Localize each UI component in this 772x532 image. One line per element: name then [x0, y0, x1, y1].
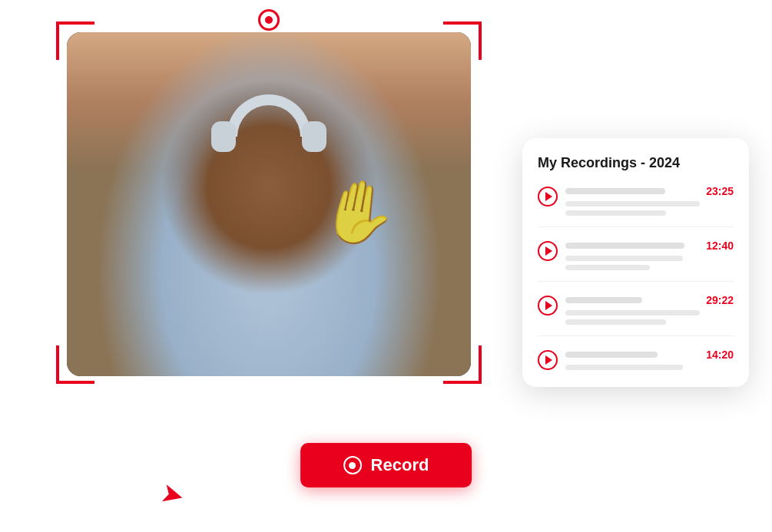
recording-info-1: 23:25 [565, 185, 734, 216]
play-triangle-icon [545, 301, 552, 310]
subtitle-bar-2a [565, 256, 683, 261]
record-indicator-icon [258, 9, 280, 31]
main-container: ✋ Record ➤ My Recordings - 2024 [0, 0, 772, 532]
headphone-right-cup [302, 121, 326, 152]
headphone-left-cup [211, 121, 236, 152]
duration-1: 23:25 [703, 185, 734, 197]
recording-info-2: 12:40 [565, 240, 734, 270]
title-bar-2 [565, 243, 684, 249]
play-triangle-icon [545, 246, 552, 256]
duration-4: 14:20 [703, 349, 734, 361]
subtitle-bar-3a [565, 310, 700, 316]
decorative-cursor-icon: ➤ [161, 478, 184, 511]
play-triangle-icon [545, 355, 552, 365]
camera-frame: ✋ [42, 8, 495, 445]
recording-item: 29:22 [538, 294, 734, 336]
record-button[interactable]: Record [300, 443, 472, 487]
recording-info-3: 29:22 [565, 294, 734, 325]
recordings-panel: My Recordings - 2024 23:25 [522, 138, 749, 387]
recording-item: 14:20 [538, 349, 734, 370]
subtitle-bar-3b [565, 319, 666, 325]
video-feed: ✋ [67, 32, 471, 376]
recording-info-4: 14:20 [565, 349, 734, 370]
recording-item: 23:25 [538, 185, 734, 227]
title-bar-4 [565, 352, 658, 358]
play-triangle-icon [545, 192, 552, 201]
duration-3: 29:22 [703, 294, 734, 306]
play-button-3[interactable] [538, 296, 558, 316]
video-background: ✋ [67, 32, 471, 376]
panel-title: My Recordings - 2024 [538, 155, 734, 171]
duration-2: 12:40 [703, 240, 734, 252]
subtitle-bar-4a [565, 365, 683, 370]
subtitle-bar-1b [565, 210, 666, 216]
subtitle-bar-1a [565, 201, 700, 207]
headphones-arc [227, 94, 311, 137]
title-bar-1 [565, 188, 665, 194]
record-button-icon [343, 456, 362, 474]
subtitle-bar-2b [565, 265, 650, 270]
record-button-label: Record [371, 455, 429, 475]
play-button-1[interactable] [538, 187, 558, 207]
play-button-2[interactable] [538, 241, 558, 261]
play-button-4[interactable] [538, 350, 558, 370]
arrow-icon: ➤ [157, 476, 188, 513]
title-bar-3 [565, 297, 642, 303]
recording-item: 12:40 [538, 240, 734, 282]
waving-hand: ✋ [316, 170, 404, 255]
